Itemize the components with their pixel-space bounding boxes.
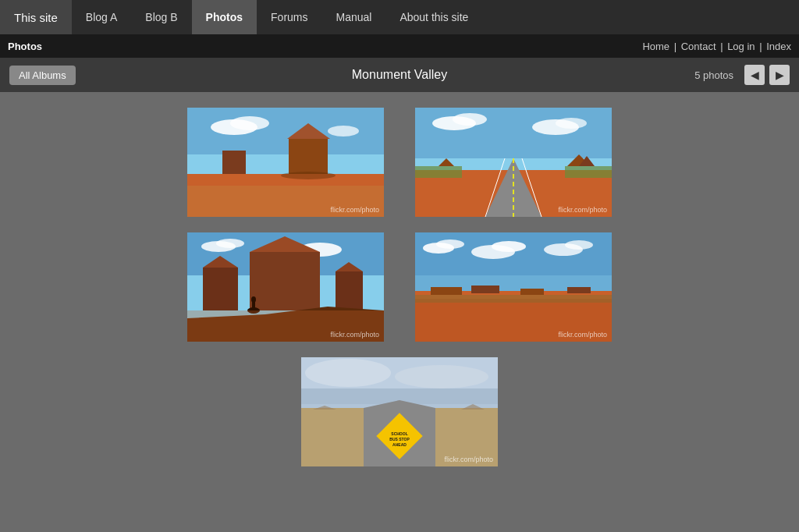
svg-rect-7 [289,139,328,174]
photos-count: 5 photos [694,69,733,81]
watermark-3: flickr.com/photo [330,331,379,339]
svg-rect-21 [565,166,612,178]
contact-link[interactable]: Contact [681,41,716,52]
svg-rect-38 [336,271,363,310]
watermark-5: flickr.com/photo [444,456,493,463]
svg-point-50 [492,241,526,252]
svg-point-4 [328,126,359,137]
svg-point-18 [556,118,587,129]
svg-point-16 [453,113,487,126]
svg-text:BUS STOP: BUS STOP [389,437,410,442]
login-link[interactable]: Log in [727,41,755,52]
photo-thumb-5[interactable]: SCHOOL BUS STOP AHEAD flickr.com/photo [301,357,498,466]
secondary-links: Home | Contact | Log in | Index [642,41,791,52]
watermark-4: flickr.com/photo [558,331,607,339]
prev-photo-button[interactable]: ◀ [744,65,765,85]
nav-item-this-site[interactable]: This site [0,0,72,34]
svg-rect-10 [222,151,246,174]
svg-point-48 [436,239,464,249]
nav-item-forums[interactable]: Forums [257,0,321,34]
photo-thumb-4[interactable]: flickr.com/photo [415,232,612,342]
svg-point-43 [251,296,256,303]
secondary-bar: Photos Home | Contact | Log in | Index [0,34,799,58]
photo-row-2: flickr.com/photo [187,232,612,342]
svg-text:SCHOOL: SCHOOL [391,431,407,436]
svg-rect-62 [567,287,591,293]
svg-text:AHEAD: AHEAD [392,442,407,447]
home-link[interactable]: Home [642,41,669,52]
nav-item-blog-a[interactable]: Blog A [72,0,131,34]
svg-rect-34 [250,252,320,310]
svg-rect-56 [431,287,462,295]
svg-rect-20 [415,166,462,178]
svg-rect-60 [520,289,544,295]
svg-point-52 [565,240,593,250]
album-bar: All Albums Monument Valley 5 photos ◀ ▶ [0,58,799,92]
watermark-2: flickr.com/photo [558,206,607,214]
album-nav-controls: 5 photos ◀ ▶ [694,65,790,85]
watermark-1: flickr.com/photo [330,206,379,214]
photo-grid: flickr.com/photo [0,92,799,482]
photo-row-1: flickr.com/photo [187,108,612,217]
index-link[interactable]: Index [766,41,791,52]
album-title: Monument Valley [352,68,447,82]
photo-thumb-1[interactable]: flickr.com/photo [187,108,384,217]
svg-point-32 [216,239,244,248]
photo-thumb-2[interactable]: flickr.com/photo [415,108,612,217]
nav-item-manual[interactable]: Manual [322,0,386,34]
svg-point-68 [395,365,488,388]
nav-item-blog-b[interactable]: Blog B [131,0,191,34]
next-photo-button[interactable]: ▶ [769,65,790,85]
nav-item-photos[interactable]: Photos [192,0,257,34]
nav-item-about[interactable]: About this site [385,0,482,34]
svg-rect-14 [415,108,612,158]
svg-rect-58 [471,286,499,293]
section-title: Photos [8,41,42,52]
svg-point-67 [305,359,391,387]
svg-rect-36 [203,268,238,310]
svg-point-3 [230,116,269,130]
svg-point-12 [281,172,336,179]
photo-thumb-3[interactable]: flickr.com/photo [187,232,384,342]
svg-rect-63 [415,295,612,303]
photo-row-3: SCHOOL BUS STOP AHEAD flickr.com/photo [301,357,498,466]
top-navigation: This site Blog A Blog B Photos Forums Ma… [0,0,799,34]
all-albums-button[interactable]: All Albums [9,66,76,85]
svg-rect-75 [301,408,364,466]
